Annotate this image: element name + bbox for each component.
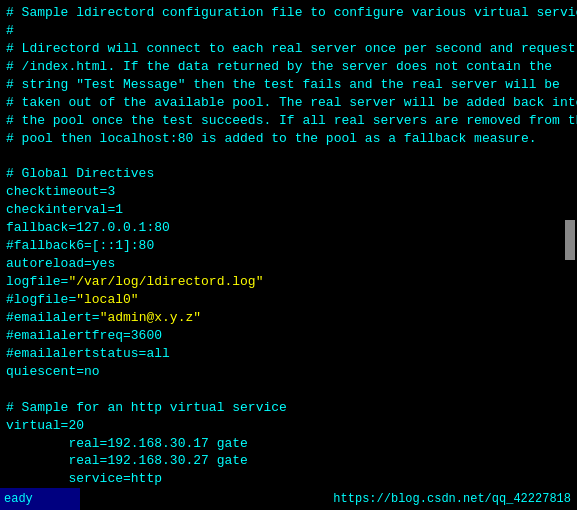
ready-label: eady	[4, 492, 33, 506]
line-19: #emailalertfreq=3600	[6, 327, 571, 345]
line-8: # pool then localhost:80 is added to the…	[6, 130, 571, 148]
line-22	[6, 381, 571, 399]
line-23: # Sample for an http virtual service	[6, 399, 571, 417]
line-24: virtual=20	[6, 417, 571, 435]
line-17: #logfile="local0"	[6, 291, 571, 309]
line-27: service=http	[6, 470, 571, 488]
line-4: # /index.html. If the data returned by t…	[6, 58, 571, 76]
line-11: checktimeout=3	[6, 183, 571, 201]
line-5: # string "Test Message" then the test fa…	[6, 76, 571, 94]
line-6: # taken out of the available pool. The r…	[6, 94, 571, 112]
line-25: real=192.168.30.17 gate	[6, 435, 571, 453]
line-7: # the pool once the test succeeds. If al…	[6, 112, 571, 130]
line-14: #fallback6=[::1]:80	[6, 237, 571, 255]
status-bar: :wq https://blog.csdn.net/qq_42227818	[0, 488, 577, 510]
line-20: #emailalertstatus=all	[6, 345, 571, 363]
line-2: #	[6, 22, 571, 40]
line-16: logfile="/var/log/ldirectord.log"	[6, 273, 571, 291]
terminal: # Sample ldirectord configuration file t…	[0, 0, 577, 510]
line-1: # Sample ldirectord configuration file t…	[6, 4, 571, 22]
line-13: fallback=127.0.0.1:80	[6, 219, 571, 237]
code-content: # Sample ldirectord configuration file t…	[6, 4, 571, 510]
url-display: https://blog.csdn.net/qq_42227818	[333, 492, 571, 506]
line-10: # Global Directives	[6, 165, 571, 183]
line-9	[6, 148, 571, 166]
line-12: checkinterval=1	[6, 201, 571, 219]
line-18: #emailalert="admin@x.y.z"	[6, 309, 571, 327]
line-15: autoreload=yes	[6, 255, 571, 273]
scrollbar[interactable]	[565, 220, 575, 260]
line-21: quiescent=no	[6, 363, 571, 381]
ready-bar: eady	[0, 488, 80, 510]
line-26: real=192.168.30.27 gate	[6, 452, 571, 470]
line-3: # Ldirectord will connect to each real s…	[6, 40, 571, 58]
